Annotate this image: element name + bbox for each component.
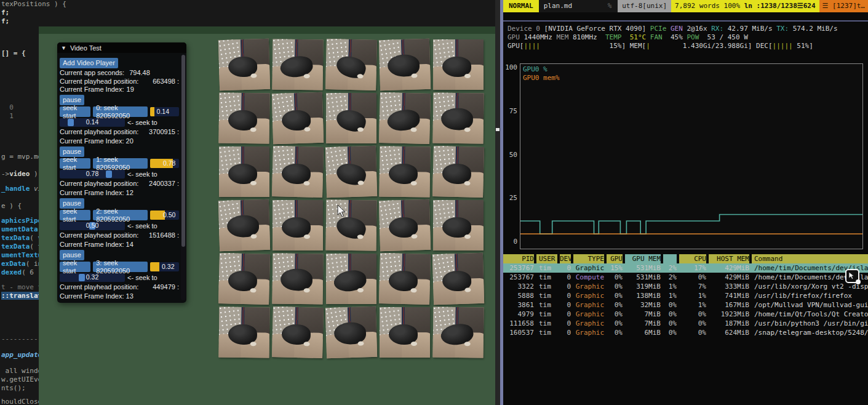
process-cell: 741MiB (709, 291, 749, 300)
video-thumbnail (432, 307, 484, 358)
code-line: 0 (1, 103, 14, 111)
triangle-down-icon[interactable]: ▼ (61, 45, 66, 51)
column-header[interactable]: GPU MEM (625, 254, 661, 263)
process-table-header: PIDUSERDEVTYPEGPUGPU MEMCPUHOST MEMComma… (503, 254, 868, 263)
process-row[interactable]: 3861tim0Graphic0%32MiB0%1%167MiB/opt/Mul… (503, 300, 868, 310)
column-header[interactable]: TYPE (573, 254, 604, 263)
process-cell: 0% (663, 310, 677, 319)
playhead-value: 1516488 : (149, 231, 179, 239)
process-cell: Graphic (573, 310, 604, 319)
process-cell: 253767 (503, 263, 534, 273)
column-header[interactable]: GPU (607, 254, 623, 263)
column-header[interactable]: CPU (679, 254, 706, 263)
vim-percent-symbol: % (602, 0, 618, 12)
process-cell: 319MiB (625, 282, 661, 291)
video-thumbnail (219, 146, 269, 197)
seek-start-button[interactable]: seek start (60, 210, 90, 220)
process-row[interactable]: 253767tim0Compute0%531MiB2%0%429MiB/home… (503, 273, 868, 282)
column-header[interactable] (663, 254, 677, 263)
process-cell: 7MiB (625, 310, 661, 319)
process-row[interactable]: 5888tim0Graphic0%138MiB1%1%741MiB/usr/li… (503, 291, 868, 300)
playhead-row: Current playhead position:2400337 : (60, 178, 179, 188)
seek-button[interactable]: 3: seek 820592050 (93, 262, 148, 272)
y-tick-label: 25 (509, 194, 517, 202)
video-test-panel[interactable]: ▼ Video Test Add Video Player Current ap… (57, 42, 186, 303)
seek-slider[interactable]: 0.50 (60, 222, 125, 230)
process-cell: 3861 (503, 300, 534, 310)
column-header[interactable]: Command (752, 254, 868, 263)
seek-row: seek start2: seek 8205920500.50 (60, 210, 179, 220)
process-cell: 0% (607, 291, 623, 300)
seek-slider[interactable]: 0.32 (60, 273, 125, 282)
video-thumbnail (272, 307, 324, 358)
editor-scrollbar[interactable] (495, 0, 500, 405)
frame-row: Current Frame Index: 12 (60, 188, 179, 197)
playhead-value: 663498 : (153, 78, 179, 85)
process-row[interactable]: 4979tim0Graphic0%7MiB0%0%1923MiB/home/ti… (503, 310, 868, 319)
seek-slider[interactable]: 0.78 (60, 170, 125, 178)
process-cell: 1% (663, 282, 677, 291)
code-line: f; (1, 17, 9, 25)
process-row[interactable]: 253767tim0Graphic15%531MiB2%17%429MiB/ho… (503, 263, 868, 273)
video-thumbnail (326, 93, 376, 143)
seek-progressbar: 0.50 (150, 211, 179, 220)
panel-scrollbar-handle[interactable] (181, 55, 185, 247)
code-line: 1 (1, 112, 14, 120)
seek-start-button[interactable]: seek start (60, 262, 90, 272)
process-cell: 0 (560, 310, 571, 319)
seek-start-button[interactable]: seek start (60, 158, 90, 169)
video-thumbnail (325, 199, 376, 251)
panel-scrollbar[interactable] (181, 55, 186, 300)
process-cell: 0% (679, 328, 706, 337)
add-video-player-button[interactable]: Add Video Player (60, 58, 118, 68)
frame-index-label: Current Frame Index: (60, 86, 124, 93)
process-cell: 111658 (503, 319, 534, 328)
process-cell: 0 (560, 319, 571, 328)
process-cell: 2% (663, 273, 677, 282)
frame-index-label: Current Frame Index: 12 (60, 189, 133, 196)
app-seconds-label: Current app seconds: (60, 69, 124, 76)
video-thumbnail (379, 199, 431, 251)
seek-slider[interactable]: 0.14 (60, 118, 125, 127)
process-table[interactable]: PIDUSERDEVTYPEGPUGPU MEMCPUHOST MEMComma… (503, 254, 868, 337)
graph-axis-labels: 1007550250 (503, 59, 519, 245)
column-header[interactable]: PID (503, 254, 534, 263)
process-cell: 531MiB (625, 273, 661, 282)
gpu-summary-line: Device 0 [NVIDIA GeForce RTX 4090] PCIe … (508, 25, 838, 33)
column-header[interactable]: DEV (560, 254, 571, 263)
code-line: texPositions ) { (1, 0, 66, 8)
column-header[interactable]: HOST MEM (709, 254, 749, 263)
playhead-row: Current playhead position:449479 : (60, 282, 179, 291)
process-row[interactable]: 3322tim0Graphic0%319MiB1%7%333MiB/usr/li… (503, 282, 868, 291)
frame-index-label: Current Frame Index: 13 (60, 292, 133, 300)
seek-button[interactable]: 0: seek 820592050 (93, 106, 148, 117)
app-seconds-value: 794.48 (129, 69, 150, 76)
process-cell: tim (536, 291, 557, 300)
editor-scrollbar-handle[interactable] (496, 128, 500, 131)
process-cell: 0% (607, 310, 623, 319)
process-cell: tim (536, 328, 557, 337)
seek-button[interactable]: 2: seek 820592050 (93, 210, 148, 220)
terminal-window[interactable]: NORMAL plan.md % utf-8[unix] 7,892 words… (500, 0, 868, 405)
process-cell: tim (536, 300, 557, 310)
seek-button[interactable]: 1: seek 820592050 (93, 158, 148, 169)
process-row[interactable]: 160537tim0Graphic0%6MiB0%0%624MiB/snap/t… (503, 328, 868, 337)
process-cell: 429MiB (709, 273, 749, 282)
seek-start-button[interactable]: seek start (60, 106, 90, 117)
process-cell: 15% (607, 263, 623, 273)
seek-row: seek start1: seek 8205920500.78 (60, 158, 179, 169)
column-header[interactable]: USER (536, 254, 557, 263)
process-cell: 0% (679, 273, 706, 282)
gpu-summary: Device 0 [NVIDIA GeForce RTX 4090] PCIe … (508, 25, 838, 50)
process-cell: 167MiB (709, 300, 749, 310)
process-cell: 0% (663, 328, 677, 337)
video-thumbnail (218, 39, 270, 90)
panel-titlebar[interactable]: ▼ Video Test (57, 42, 186, 53)
process-row[interactable]: 111658tim0Graphic0%7MiB0%0%187MiB/usr/bi… (503, 319, 868, 328)
video-thumbnail (432, 253, 484, 305)
process-cell: 333MiB (709, 282, 749, 291)
frame-index-value: 19 (127, 86, 134, 93)
progress-value: 0.78 (163, 159, 175, 167)
process-cell: 1% (663, 291, 677, 300)
playhead-row: Current playhead position:3700915 : (60, 127, 179, 136)
